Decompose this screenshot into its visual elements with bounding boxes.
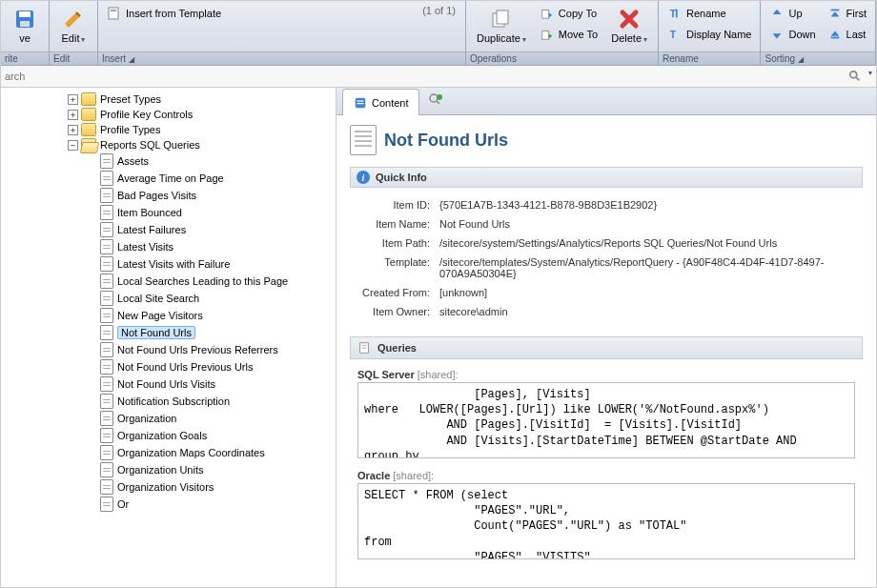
tree-label: Profile Key Controls (100, 109, 193, 120)
folder-icon (81, 92, 96, 106)
tree-folder[interactable]: +Profile Types (1, 122, 336, 137)
svg-rect-3 (109, 8, 118, 19)
document-icon (100, 342, 113, 357)
tab-secondary[interactable] (421, 88, 450, 114)
insert-count: (1 of 1) (417, 3, 461, 18)
save-button[interactable]: ve (5, 3, 45, 47)
svg-text:T: T (670, 8, 677, 19)
page-title-icon (350, 125, 377, 155)
tree-label: Local Site Search (117, 293, 199, 304)
content-body: Not Found Urls i Quick Info Item ID:{570… (337, 115, 876, 587)
duplicate-button[interactable]: Duplicate▾ (470, 3, 533, 47)
tree-panel[interactable]: +Preset Types+Profile Key Controls+Profi… (1, 88, 337, 587)
svg-rect-8 (542, 31, 549, 40)
down-icon (769, 27, 785, 42)
rename-button[interactable]: T Rename (663, 3, 756, 24)
document-icon (100, 359, 113, 375)
tree-item[interactable]: Or (1, 496, 336, 513)
tree-item[interactable]: Not Found Urls Previous Referrers (1, 341, 336, 358)
first-button[interactable]: First (823, 3, 871, 24)
delete-button[interactable]: Delete▾ (604, 3, 654, 47)
folder-icon (81, 108, 96, 121)
tree-item[interactable]: Latest Visits (1, 238, 336, 255)
expand-icon[interactable]: + (68, 125, 78, 135)
document-icon (100, 153, 113, 169)
group-label-operations: Operations (466, 51, 658, 65)
info-row: Item Owner:sitecore\admin (354, 302, 859, 321)
queries-header[interactable]: Queries (350, 336, 863, 359)
quickinfo-header[interactable]: i Quick Info (350, 167, 863, 188)
sqlserver-textarea[interactable]: [Pages], [Visits] where LOWER([Pages].[U… (357, 382, 855, 458)
tree-item[interactable]: Average Time on Page (1, 170, 336, 187)
tree-folder[interactable]: +Profile Key Controls (1, 107, 336, 122)
last-button[interactable]: Last (823, 24, 871, 45)
edit-button[interactable]: Edit▾ (53, 3, 93, 47)
tree-item[interactable]: Latest Failures (1, 221, 336, 238)
group-label-write: rite (1, 51, 49, 65)
tree-item[interactable]: Organization (1, 410, 336, 427)
tree-item[interactable]: Bad Pages Visits (1, 187, 336, 204)
quickinfo-title: Quick Info (376, 172, 427, 183)
svg-line-20 (437, 101, 439, 104)
tree-item[interactable]: Not Found Urls Visits (1, 375, 336, 393)
tree-label: Organization Goals (117, 430, 207, 441)
info-label: Created From: (354, 287, 439, 298)
oracle-textarea[interactable]: SELECT * FROM (select "PAGES"."URL", Cou… (357, 483, 855, 559)
tree-item[interactable]: Organization Units (1, 461, 336, 478)
tree-item[interactable]: Local Site Search (1, 290, 336, 307)
first-label: First (846, 8, 867, 19)
document-icon (100, 256, 113, 272)
tab-content[interactable]: Content (342, 89, 419, 115)
ribbon-group-operations: Duplicate▾ Copy To Move To Delete▾ (466, 1, 659, 65)
tree-item[interactable]: Not Found Urls Previous Urls (1, 358, 336, 375)
tree-item[interactable]: New Page Visitors (1, 307, 336, 324)
tree-folder[interactable]: +Preset Types (1, 91, 336, 107)
displayname-button[interactable]: T Display Name (663, 24, 756, 45)
info-label: Item Name: (354, 218, 439, 230)
tree-item[interactable]: Organization Visitors (1, 478, 336, 496)
section-doc-icon (357, 340, 372, 355)
svg-point-19 (430, 94, 438, 102)
copyto-button[interactable]: Copy To (535, 3, 602, 24)
moveto-icon (540, 27, 555, 42)
quickinfo-grid: Item ID:{570E1A7B-1343-4121-B878-9B8D3E1… (350, 188, 863, 329)
info-value: {570E1A7B-1343-4121-B878-9B8D3E1B2902} (439, 199, 859, 211)
last-label: Last (846, 29, 867, 40)
group-label-insert: Insert ◢ (98, 51, 465, 65)
tree-folder[interactable]: −Reports SQL Queries (1, 137, 336, 152)
tree-label: Item Bounced (117, 207, 182, 218)
search-input[interactable] (5, 71, 847, 82)
down-label: Down (788, 29, 815, 40)
tree-label: Not Found Urls Previous Urls (117, 361, 253, 373)
tree-item[interactable]: Item Bounced (1, 204, 336, 221)
tree-item[interactable]: Local Searches Leading to this Page (1, 273, 336, 290)
svg-rect-17 (357, 100, 364, 101)
tree-item[interactable]: Notification Subscription (1, 393, 336, 410)
down-button[interactable]: Down (765, 24, 820, 45)
insert-template-button[interactable]: Insert from Template (102, 3, 226, 24)
document-icon (100, 428, 113, 443)
ribbon-group-rename: T Rename T Display Name Rename (659, 1, 761, 65)
info-value: /sitecore/templates/System/Analytics/Rep… (439, 256, 859, 279)
svg-point-14 (850, 71, 857, 78)
document-icon (100, 497, 113, 512)
save-icon (11, 6, 38, 32)
search-dropdown-icon[interactable]: ▾ (868, 69, 872, 84)
edit-label: Edit▾ (62, 32, 86, 44)
rename-icon: T (667, 6, 683, 21)
tree-item[interactable]: Latest Visits with Failure (1, 255, 336, 273)
tree-item[interactable]: Organization Maps Coordinates (1, 444, 336, 461)
tree-item[interactable]: Not Found Urls (1, 324, 336, 341)
tree-item[interactable]: Organization Goals (1, 427, 336, 444)
expand-icon[interactable]: + (68, 110, 78, 120)
first-icon (827, 6, 843, 21)
up-button[interactable]: Up (765, 3, 820, 24)
moveto-button[interactable]: Move To (535, 24, 602, 45)
document-icon (100, 376, 113, 392)
collapse-icon[interactable]: − (68, 140, 78, 151)
tree-item[interactable]: Assets (1, 152, 336, 170)
info-label: Template: (354, 256, 439, 279)
search-icon[interactable] (847, 69, 863, 84)
main-area: +Preset Types+Profile Key Controls+Profi… (1, 88, 876, 587)
expand-icon[interactable]: + (68, 94, 78, 105)
